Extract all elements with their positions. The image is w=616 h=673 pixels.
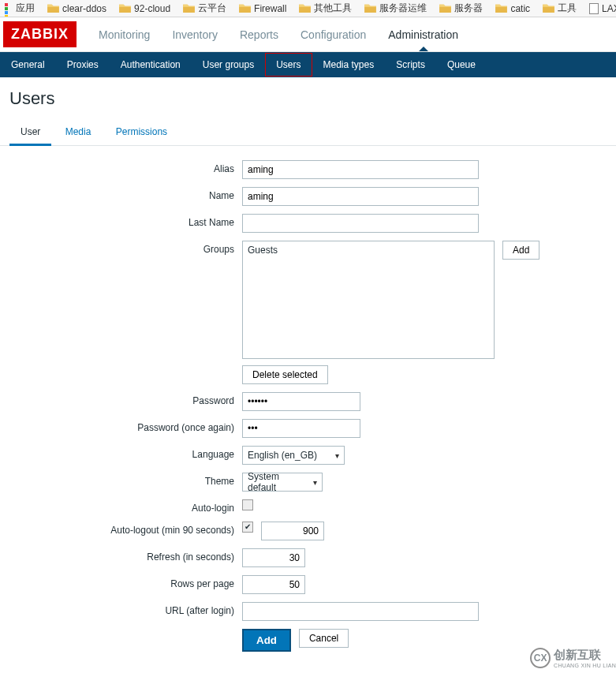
- folder-icon: [239, 3, 251, 13]
- label-theme: Theme: [9, 473, 242, 487]
- label-auto-login: Auto-login: [9, 499, 242, 514]
- bookmark-apps[interactable]: 应用: [11, 2, 39, 15]
- bookmark-lax[interactable]: LAX: [584, 3, 616, 14]
- watermark: CX 创新互联 CHUANG XIN HU LIAN: [530, 648, 616, 668]
- bookmark-server-ops[interactable]: 服务器运维: [360, 2, 431, 15]
- label-password: Password: [9, 392, 242, 406]
- subnav-user-groups[interactable]: User groups: [192, 53, 265, 77]
- label-rows: Rows per page: [9, 575, 242, 589]
- tab-user[interactable]: User: [9, 120, 51, 146]
- nav-reports[interactable]: Reports: [229, 19, 289, 50]
- label-auto-logout: Auto-logout (min 90 seconds): [9, 522, 242, 536]
- zabbix-header: ZABBIX Monitoring Inventory Reports Conf…: [0, 17, 616, 52]
- delete-selected-button[interactable]: Delete selected: [242, 365, 328, 384]
- language-select[interactable]: English (en_GB): [242, 446, 345, 465]
- bookmark-firewall[interactable]: Firewall: [234, 3, 291, 14]
- groups-listbox[interactable]: Guests: [242, 241, 495, 359]
- watermark-line1: 创新互联: [554, 648, 616, 663]
- folder-icon: [439, 3, 451, 13]
- bookmark-92-cloud[interactable]: 92-cloud: [114, 3, 175, 14]
- label-alias: Alias: [9, 160, 242, 174]
- subnav-scripts[interactable]: Scripts: [385, 53, 436, 77]
- subnav-queue[interactable]: Queue: [436, 53, 487, 77]
- folder-icon: [47, 3, 59, 13]
- folder-icon: [495, 3, 507, 13]
- auto-login-checkbox[interactable]: [242, 499, 253, 510]
- label-name: Name: [9, 187, 242, 201]
- cancel-button[interactable]: Cancel: [299, 629, 349, 648]
- auto-logout-checkbox[interactable]: ✔: [242, 522, 253, 533]
- label-password2: Password (once again): [9, 419, 242, 433]
- name-field[interactable]: [242, 187, 479, 206]
- user-form: Alias Name Last Name Groups Guests Delet…: [0, 146, 616, 673]
- add-group-button[interactable]: Add: [502, 241, 539, 260]
- nav-inventory[interactable]: Inventory: [161, 19, 229, 50]
- url-field[interactable]: [242, 602, 479, 621]
- theme-select[interactable]: System default: [242, 473, 323, 492]
- file-icon: [589, 3, 599, 14]
- browser-bookmarks-bar: 应用 clear-ddos 92-cloud 云平台 Firewall 其他工具…: [0, 0, 616, 17]
- page-title: Users: [0, 77, 616, 112]
- folder-icon: [119, 3, 131, 13]
- nav-administration[interactable]: Administration: [377, 19, 469, 50]
- tab-media[interactable]: Media: [54, 120, 103, 144]
- watermark-line2: CHUANG XIN HU LIAN: [554, 663, 616, 668]
- apps-label: 应用: [16, 2, 35, 15]
- label-groups: Groups: [9, 241, 242, 255]
- folder-icon: [183, 3, 195, 13]
- user-tabs: User Media Permissions: [0, 120, 616, 146]
- nav-monitoring[interactable]: Monitoring: [88, 19, 161, 50]
- zabbix-logo[interactable]: ZABBIX: [3, 21, 77, 47]
- subnav-media-types[interactable]: Media types: [312, 53, 386, 77]
- sub-nav: General Proxies Authentication User grou…: [0, 52, 616, 77]
- apps-icon[interactable]: [5, 3, 8, 14]
- folder-icon: [299, 3, 311, 13]
- password-field[interactable]: [242, 392, 360, 411]
- bookmark-other-tools[interactable]: 其他工具: [294, 2, 357, 15]
- label-language: Language: [9, 446, 242, 460]
- folder-icon: [364, 3, 376, 13]
- bookmark-catic[interactable]: catic: [491, 3, 535, 14]
- add-button[interactable]: Add: [242, 629, 291, 652]
- subnav-users[interactable]: Users: [265, 53, 312, 77]
- rows-field[interactable]: [242, 575, 305, 594]
- bookmark-servers[interactable]: 服务器: [435, 2, 487, 15]
- label-refresh: Refresh (in seconds): [9, 548, 242, 563]
- subnav-authentication[interactable]: Authentication: [110, 53, 192, 77]
- nav-configuration[interactable]: Configuration: [289, 19, 377, 50]
- bookmark-cloud-platform[interactable]: 云平台: [178, 2, 231, 15]
- last-name-field[interactable]: [242, 214, 479, 233]
- auto-logout-field[interactable]: [261, 522, 324, 540]
- watermark-logo: CX: [530, 648, 551, 668]
- password2-field[interactable]: [242, 419, 360, 438]
- folder-icon: [543, 3, 554, 13]
- refresh-field[interactable]: [242, 548, 305, 567]
- groups-item-guests[interactable]: Guests: [248, 245, 489, 256]
- main-nav: Monitoring Inventory Reports Configurati…: [88, 19, 469, 50]
- subnav-general[interactable]: General: [0, 53, 56, 77]
- bookmark-tools[interactable]: 工具: [538, 2, 581, 15]
- label-last-name: Last Name: [9, 214, 242, 228]
- tab-permissions[interactable]: Permissions: [105, 120, 178, 144]
- subnav-proxies[interactable]: Proxies: [56, 53, 110, 77]
- alias-field[interactable]: [242, 160, 479, 179]
- label-url: URL (after login): [9, 602, 242, 616]
- bookmark-clear-ddos[interactable]: clear-ddos: [43, 3, 111, 14]
